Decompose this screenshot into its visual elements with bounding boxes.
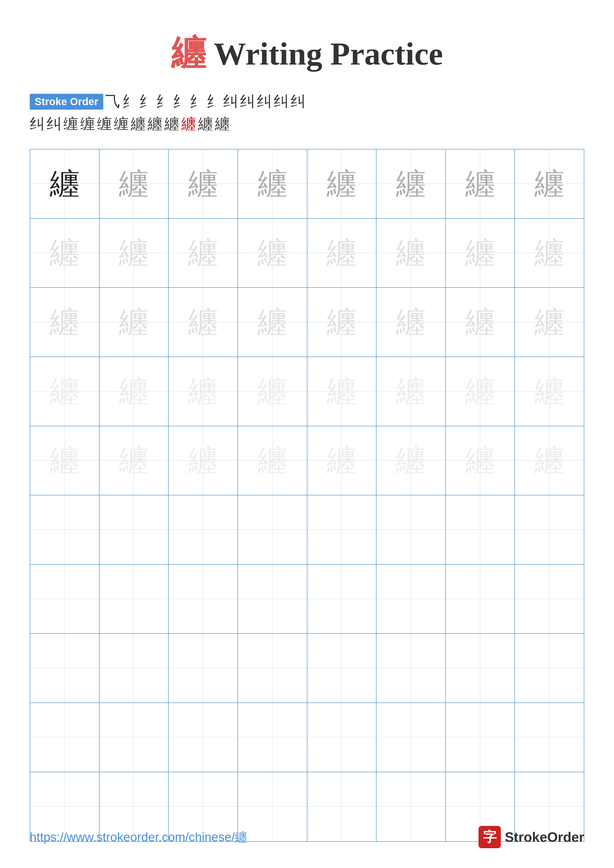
grid-cell-r1c7[interactable]: 纏: [446, 149, 515, 219]
stroke-char-1: ⺄: [105, 91, 120, 112]
grid-cell-r8c6[interactable]: [376, 634, 446, 703]
grid-cell-r8c5[interactable]: [307, 634, 377, 703]
grid-cell-r4c6[interactable]: 纏: [376, 357, 446, 426]
grid-cell-r9c5[interactable]: [307, 703, 377, 772]
grid-cell-r1c6[interactable]: 纏: [376, 149, 446, 219]
stroke-char-8: 纠: [223, 91, 238, 112]
grid-cell-r4c4[interactable]: 纏: [238, 357, 307, 426]
stroke-char-3: 纟: [139, 91, 154, 112]
cell-char: 纏: [396, 446, 426, 475]
grid-cell-r5c8[interactable]: 纏: [515, 426, 584, 496]
grid-cell-r6c2[interactable]: [99, 495, 169, 565]
grid-cell-r6c7[interactable]: [446, 495, 515, 565]
grid-cell-r9c1[interactable]: [30, 703, 99, 772]
grid-cell-r2c4[interactable]: 纏: [238, 219, 307, 288]
grid-cell-r7c8[interactable]: [515, 565, 584, 634]
grid-cell-r5c7[interactable]: 纏: [446, 426, 515, 496]
stroke-char-17: 缠: [97, 114, 112, 134]
stroke-char-14: 纠: [47, 114, 61, 134]
grid-cell-r5c4[interactable]: 纏: [238, 426, 307, 496]
grid-cell-r6c4[interactable]: [238, 495, 307, 565]
stroke-order-row-2: 纠 纠 缠 缠 缠 缠 纏 纏 纏 纏 纏 纏: [30, 114, 584, 134]
grid-cell-r1c4[interactable]: 纏: [238, 149, 307, 219]
title-english-text: Writing Practice: [214, 36, 443, 71]
grid-cell-r8c2[interactable]: [99, 634, 169, 703]
grid-cell-r7c1[interactable]: [30, 565, 99, 634]
grid-cell-r3c3[interactable]: 纏: [169, 288, 238, 357]
grid-cell-r4c3[interactable]: 纏: [169, 357, 238, 426]
cell-char: 纏: [119, 377, 149, 406]
grid-cell-r7c5[interactable]: [307, 565, 377, 634]
grid-cell-r2c3[interactable]: 纏: [169, 219, 238, 288]
grid-cell-r1c1[interactable]: 纏: [30, 149, 99, 219]
grid-cell-r6c8[interactable]: [515, 495, 584, 565]
grid-cell-r2c8[interactable]: 纏: [515, 219, 584, 288]
cell-char: 纏: [119, 307, 149, 337]
footer-url[interactable]: https://www.strokeorder.com/chinese/纏: [30, 829, 247, 845]
grid-cell-r7c4[interactable]: [238, 565, 307, 634]
grid-cell-r3c5[interactable]: 纏: [307, 288, 377, 357]
grid-cell-r4c5[interactable]: 纏: [307, 357, 377, 426]
grid-cell-r1c2[interactable]: 纏: [99, 149, 169, 219]
grid-cell-r3c7[interactable]: 纏: [446, 288, 515, 357]
grid-cell-r9c7[interactable]: [446, 703, 515, 772]
cell-char: 纏: [396, 238, 426, 268]
grid-cell-r8c7[interactable]: [446, 634, 515, 703]
grid-cell-r7c2[interactable]: [99, 565, 169, 634]
grid-cell-r9c6[interactable]: [376, 703, 446, 772]
logo-char: 字: [483, 828, 497, 846]
grid-cell-r8c3[interactable]: [169, 634, 238, 703]
stroke-char-10: 纠: [257, 91, 272, 112]
stroke-order-badge: Stroke Order: [30, 94, 103, 110]
practice-grid: 纏 纏 纏 纏 纏 纏 纏 纏: [30, 149, 584, 842]
grid-cell-r9c3[interactable]: [169, 703, 238, 772]
grid-cell-r6c5[interactable]: [307, 495, 377, 565]
grid-cell-r6c6[interactable]: [376, 495, 446, 565]
grid-cell-r5c5[interactable]: 纏: [307, 426, 377, 496]
stroke-char-2: 纟: [122, 91, 137, 112]
cell-char: 纏: [50, 307, 79, 337]
stroke-char-4: 纟: [156, 91, 171, 112]
grid-cell-r3c1[interactable]: 纏: [30, 288, 99, 357]
grid-cell-r6c1[interactable]: [30, 495, 99, 565]
grid-cell-r1c5[interactable]: 纏: [307, 149, 377, 219]
grid-cell-r2c5[interactable]: 纏: [307, 219, 377, 288]
grid-cell-r2c7[interactable]: 纏: [446, 219, 515, 288]
grid-cell-r4c8[interactable]: 纏: [515, 357, 584, 426]
stroke-char-19: 纏: [131, 114, 146, 134]
grid-cell-r3c8[interactable]: 纏: [515, 288, 584, 357]
grid-row-5: 纏 纏 纏 纏 纏 纏 纏 纏: [30, 426, 584, 496]
grid-cell-r2c2[interactable]: 纏: [99, 219, 169, 288]
grid-cell-r1c8[interactable]: 纏: [515, 149, 584, 219]
grid-cell-r4c7[interactable]: 纏: [446, 357, 515, 426]
grid-cell-r7c7[interactable]: [446, 565, 515, 634]
grid-cell-r8c4[interactable]: [238, 634, 307, 703]
grid-cell-r5c3[interactable]: 纏: [169, 426, 238, 496]
grid-cell-r4c1[interactable]: 纏: [30, 357, 99, 426]
footer-logo-text: StrokeOrder: [505, 829, 584, 845]
grid-row-8: [30, 634, 584, 703]
grid-cell-r4c2[interactable]: 纏: [99, 357, 169, 426]
stroke-char-22-red: 纏: [181, 114, 196, 134]
grid-cell-r5c2[interactable]: 纏: [99, 426, 169, 496]
grid-cell-r7c3[interactable]: [169, 565, 238, 634]
grid-cell-r5c1[interactable]: 纏: [30, 426, 99, 496]
grid-cell-r2c1[interactable]: 纏: [30, 219, 99, 288]
grid-cell-r9c4[interactable]: [238, 703, 307, 772]
grid-cell-r3c4[interactable]: 纏: [238, 288, 307, 357]
grid-cell-r9c8[interactable]: [515, 703, 584, 772]
stroke-char-7: 纟: [206, 91, 221, 112]
grid-cell-r9c2[interactable]: [99, 703, 169, 772]
grid-cell-r3c2[interactable]: 纏: [99, 288, 169, 357]
cell-char: 纏: [327, 238, 356, 268]
grid-cell-r6c3[interactable]: [169, 495, 238, 565]
grid-cell-r8c8[interactable]: [515, 634, 584, 703]
grid-cell-r7c6[interactable]: [376, 565, 446, 634]
grid-cell-r3c6[interactable]: 纏: [376, 288, 446, 357]
grid-cell-r8c1[interactable]: [30, 634, 99, 703]
page-title: 纏 Writing Practice: [171, 36, 443, 71]
cell-char: 纏: [258, 238, 287, 268]
grid-cell-r1c3[interactable]: 纏: [169, 149, 238, 219]
grid-cell-r5c6[interactable]: 纏: [376, 426, 446, 496]
grid-cell-r2c6[interactable]: 纏: [376, 219, 446, 288]
